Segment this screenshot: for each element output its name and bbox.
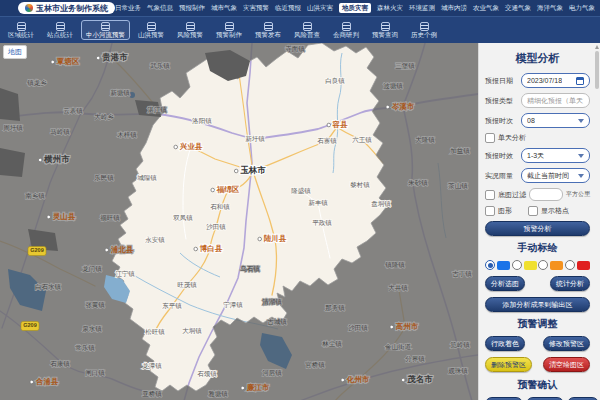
rainfall-select[interactable]: 截止当前时间 xyxy=(521,168,590,183)
rainfall-label: 实况雨量 xyxy=(485,171,518,181)
map-place-label: 泉水镇 xyxy=(82,325,102,332)
map-place-label: 化州市 xyxy=(346,375,370,384)
draw-color-radio[interactable] xyxy=(565,260,590,270)
map-place-label: 高州市 xyxy=(395,322,419,331)
module-tab[interactable]: 中小河流预警 xyxy=(81,20,130,41)
module-tab[interactable]: 预警查询 xyxy=(367,20,403,41)
topnav-item[interactable]: 山洪灾害 xyxy=(307,5,333,12)
topnav-item[interactable]: 灾害预警 xyxy=(243,5,269,12)
topnav-item[interactable]: 农业气象 xyxy=(473,5,499,12)
map-place-label: 观珠镇 xyxy=(448,367,468,375)
radio-icon[interactable] xyxy=(485,260,495,270)
map-place-label: 陆川县 xyxy=(264,234,287,243)
draw-color-radio[interactable] xyxy=(512,260,537,270)
forecast-date-input[interactable]: 2023/07/18 xyxy=(521,73,590,88)
module-tab[interactable]: 历史个例 xyxy=(406,20,442,41)
add-result-button[interactable]: 添加分析成果到输出区 xyxy=(485,297,590,312)
module-tab[interactable]: 会商研判 xyxy=(328,20,364,41)
map-place-label: 常乐镇 xyxy=(75,344,95,351)
topnav-item[interactable]: 临近预报 xyxy=(275,5,301,12)
draw-color-radio[interactable] xyxy=(538,260,563,270)
module-tab[interactable]: 预警发布 xyxy=(250,20,286,41)
map-place-label: 福旺镇 xyxy=(100,214,120,222)
radio-icon[interactable] xyxy=(565,260,575,270)
graphic-checkbox[interactable] xyxy=(485,206,495,216)
admin-color-button[interactable]: 行政着色 xyxy=(485,336,525,351)
radio-icon[interactable] xyxy=(538,260,548,270)
map-place-label: 合浦县 xyxy=(35,377,59,386)
forecast-validity-select[interactable]: 1-3天 xyxy=(521,148,590,163)
single-day-checkbox[interactable] xyxy=(485,133,495,143)
warning-analysis-button[interactable]: 预警分析 xyxy=(485,221,590,236)
map-place-label: 三堡镇 xyxy=(395,62,415,69)
module-tab[interactable]: 区域统计 xyxy=(3,20,39,41)
area-threshold-input[interactable] xyxy=(529,188,563,201)
scrollbar-thumb[interactable] xyxy=(595,51,599,89)
stat-analysis-button[interactable]: 统计分析 xyxy=(550,276,590,291)
color-swatch xyxy=(524,261,537,270)
panel-title: 模型分析 xyxy=(485,51,590,66)
map-place-label: 容县 xyxy=(332,120,349,129)
forecast-type-row: 预报类型 精细化预报（单天） xyxy=(485,93,590,108)
module-tab[interactable]: 站点统计 xyxy=(42,20,78,41)
scroll-up-icon[interactable] xyxy=(595,45,599,49)
main-area: 地图 xyxy=(0,43,600,400)
map-place-label: 盘垌镇 xyxy=(371,200,391,208)
forecast-time-label: 预报时次 xyxy=(485,116,518,126)
modify-area-button[interactable]: 修改预警区 xyxy=(543,336,590,351)
module-tab[interactable]: 预警制作 xyxy=(211,20,247,41)
topnav-item[interactable]: 交通气象 xyxy=(505,5,531,12)
tab-label: 山洪预警 xyxy=(138,32,164,39)
forecast-date-row: 预报日期 2023/07/18 xyxy=(485,73,590,88)
module-tab[interactable]: 风险普查 xyxy=(289,20,325,41)
model-analysis-panel: 模型分析 预报日期 2023/07/18 预报类型 精细化预报（单天） 预报时次… xyxy=(478,43,600,400)
place-marker xyxy=(105,248,109,252)
map-canvas[interactable]: G209G209 玉林市贵港市横州市茂名市兴业县容县福绵区陆川县博白县覃塘区灵山… xyxy=(0,43,478,400)
topnav-item[interactable]: 日常业务 xyxy=(115,5,141,12)
forecast-time-select[interactable]: 08 xyxy=(521,113,590,128)
map-place-label: 洛阳镇 xyxy=(192,117,212,125)
clear-area-button[interactable]: 清空绘图区 xyxy=(543,357,590,372)
forecast-validity-row: 预报时效 1-3天 xyxy=(485,148,590,163)
map-place-label: 笕岭镇 xyxy=(450,341,470,349)
map-place-label: 石康镇 xyxy=(50,360,70,368)
map-place-label: 松旺镇 xyxy=(145,328,165,335)
map-place-label: 白良镇 xyxy=(325,77,345,85)
map-place-label: 兴业县 xyxy=(179,142,203,151)
app-window: 玉林市业务制作系统 日常业务气象信息预报制作城市气象灾害预警临近预报山洪灾害地质… xyxy=(0,0,600,400)
basemap-filter-checkbox[interactable] xyxy=(485,190,495,200)
map-container[interactable]: 地图 xyxy=(0,43,478,400)
forecast-type-label: 预报类型 xyxy=(485,96,518,106)
map-layer-button[interactable]: 地图 xyxy=(3,45,27,59)
analysis-map-button[interactable]: 分析选图 xyxy=(485,276,525,291)
module-tab[interactable]: 山洪预警 xyxy=(133,20,169,41)
map-place-label: 武乐镇 xyxy=(149,62,170,69)
topnav-item[interactable]: 电力气象 xyxy=(569,5,595,12)
map-place-label: 马岭镇 xyxy=(50,128,70,135)
topnav-item[interactable]: 气象信息 xyxy=(147,5,173,12)
forecast-date-label: 预报日期 xyxy=(485,76,518,86)
delete-area-button[interactable]: 删除预警区 xyxy=(485,357,532,372)
topnav-item[interactable]: 预报制作 xyxy=(179,5,205,12)
map-place-label: 石寨镇 xyxy=(317,137,337,144)
calendar-icon[interactable] xyxy=(576,77,584,85)
topnav-item[interactable]: 环境监测 xyxy=(409,5,435,12)
topnav-item[interactable]: 城市气象 xyxy=(211,5,237,12)
tab-label: 中小河流预警 xyxy=(86,32,125,39)
show-grid-checkbox[interactable] xyxy=(528,206,538,216)
panel-scrollbar[interactable] xyxy=(595,45,599,397)
color-swatch xyxy=(497,261,510,270)
radio-icon[interactable] xyxy=(512,260,522,270)
topnav-item[interactable]: 森林火灾 xyxy=(377,5,403,12)
tab-label: 预警发布 xyxy=(255,32,281,39)
topnav-item[interactable]: 地质灾害 xyxy=(339,3,371,14)
module-tab[interactable]: 风险预警 xyxy=(172,20,208,41)
place-marker xyxy=(51,60,55,64)
warning-confirm-header: 预警确认 xyxy=(485,378,590,392)
topnav-item[interactable]: 城市内涝 xyxy=(441,5,467,12)
topnav-item[interactable]: 海洋气象 xyxy=(537,5,563,12)
map-place-label: 湛江镇 xyxy=(147,106,167,114)
map-place-label: 古丁镇 xyxy=(452,270,472,278)
map-place-label: 廉江市 xyxy=(246,383,270,392)
draw-color-radio[interactable] xyxy=(485,260,510,270)
